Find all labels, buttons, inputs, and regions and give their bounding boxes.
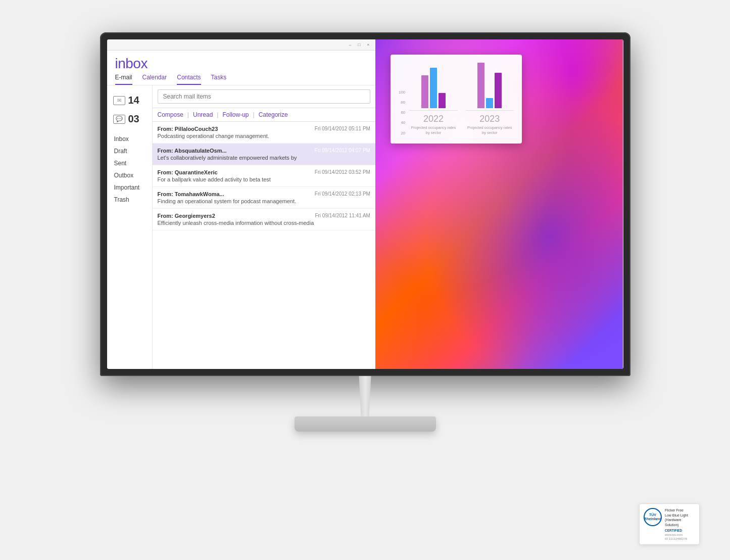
email-date: Fri 09/14/2012 11:41 AM xyxy=(315,213,370,218)
email-list-panel: Compose | Unread | Follow-up | Categoriz… xyxy=(153,85,375,369)
email-from: From: Georgiemyers2 Fri 09/14/2012 11:41… xyxy=(158,213,370,219)
email-badge-row: ✉ 14 xyxy=(107,91,152,109)
chart-card: 100 80 60 40 20 xyxy=(391,55,522,144)
email-toolbar: Compose | Unread | Follow-up | Categoriz… xyxy=(153,108,375,122)
email-item[interactable]: From: AbsquatulateOsm... Fri 09/14/2012 … xyxy=(153,144,375,165)
email-app: – □ × inbox E-mail Calendar Contacts Tas… xyxy=(107,39,375,369)
sidebar-item-trash[interactable]: Trash xyxy=(107,194,152,206)
followup-button[interactable]: Follow-up xyxy=(222,111,249,118)
tuv-line2: Low Blue Light xyxy=(665,513,688,518)
close-button[interactable]: × xyxy=(365,42,371,48)
chart-content: 100 80 60 40 20 xyxy=(399,63,514,135)
email-from: From: AbsquatulateOsm... Fri 09/14/2012 … xyxy=(158,148,370,154)
email-subject: For a ballpark value added activity to b… xyxy=(158,176,370,182)
app-header: inbox E-mail Calendar Contacts Tasks xyxy=(107,51,375,85)
tuv-line4: Solution) xyxy=(665,523,688,528)
chat-icon: 💬 xyxy=(113,115,125,124)
email-subject: Let's collaboratively administrate empow… xyxy=(158,155,370,161)
nav-tabs: E-mail Calendar Contacts Tasks xyxy=(115,74,367,85)
tab-tasks[interactable]: Tasks xyxy=(211,74,227,85)
email-item[interactable]: From: QuarantineXeric Fri 09/14/2012 03:… xyxy=(153,165,375,187)
compose-button[interactable]: Compose xyxy=(158,111,183,118)
monitor-screen: – □ × inbox E-mail Calendar Contacts Tas… xyxy=(107,39,623,369)
email-date: Fri 09/14/2012 04:07 PM xyxy=(315,148,370,153)
chart-y-axis: 100 80 60 40 20 xyxy=(399,90,407,135)
sidebar-item-outbox[interactable]: Outbox xyxy=(107,169,152,181)
monitor-stand xyxy=(295,376,436,432)
bar-2023-1 xyxy=(477,63,484,108)
chart-year-2023: 2023 xyxy=(479,114,500,124)
chart-label-2023: Projected occupancy rates by sector xyxy=(466,125,514,135)
email-from: From: QuarantineXeric Fri 09/14/2012 03:… xyxy=(158,169,370,175)
monitor-wrapper: – □ × inbox E-mail Calendar Contacts Tas… xyxy=(87,32,643,528)
email-subject: Finding an operational system for podcas… xyxy=(158,198,370,204)
sidebar: ✉ 14 💬 03 Inbox Draft Sent Outbox I xyxy=(107,85,153,369)
email-date: Fri 09/14/2012 03:52 PM xyxy=(315,169,370,175)
chart-year-2022: 2022 xyxy=(423,114,444,124)
tuv-info: Flicker Free Low Blue Light (Hardware So… xyxy=(665,508,688,540)
minimize-button[interactable]: – xyxy=(347,42,353,48)
tuv-id: ID 11112460276 xyxy=(665,537,688,540)
bar-2023-2 xyxy=(486,98,493,108)
tuv-line3: (Hardware xyxy=(665,518,688,523)
email-subject: Efficiently unleash cross-media informat… xyxy=(158,220,370,226)
chart-label-2022: Projected occupancy rates by sector xyxy=(409,125,457,135)
categorize-button[interactable]: Categorize xyxy=(259,111,288,118)
tuv-certified: CERTIFIED xyxy=(665,529,688,532)
chart-group-2023: 2023 Projected occupancy rates by sector xyxy=(466,63,514,135)
email-date: Fri 09/14/2012 05:11 PM xyxy=(315,126,370,131)
chart-group-2022: 2022 Projected occupancy rates by sector xyxy=(409,63,457,135)
app-content: ✉ 14 💬 03 Inbox Draft Sent Outbox I xyxy=(107,85,375,369)
bar-group-2023 xyxy=(477,63,502,108)
email-list: From: PillalooCouch23 Fri 09/14/2012 05:… xyxy=(153,122,375,369)
search-input[interactable] xyxy=(158,89,370,104)
chart-groups: 2022 Projected occupancy rates by sector xyxy=(409,63,514,135)
bar-group-2022 xyxy=(421,63,446,108)
app-title: inbox xyxy=(115,56,367,72)
sidebar-item-draft[interactable]: Draft xyxy=(107,145,152,157)
email-subject: Podcasting operational change management… xyxy=(158,133,370,139)
email-from: From: PillalooCouch23 Fri 09/14/2012 05:… xyxy=(158,126,370,132)
unread-button[interactable]: Unread xyxy=(193,111,213,118)
tuv-url: www.tuv.com xyxy=(665,533,688,536)
chat-badge-row: 💬 03 xyxy=(107,110,152,128)
email-count: 14 xyxy=(128,95,139,106)
sidebar-nav: Inbox Draft Sent Outbox Important Trash xyxy=(107,133,152,206)
bar-2022-1 xyxy=(421,75,428,108)
email-item[interactable]: From: TomahawkWoma... Fri 09/14/2012 02:… xyxy=(153,187,375,209)
maximize-button[interactable]: □ xyxy=(356,42,362,48)
email-date: Fri 09/14/2012 02:13 PM xyxy=(315,191,370,197)
email-icon: ✉ xyxy=(113,96,125,105)
bar-2022-2 xyxy=(430,68,437,108)
sidebar-item-important[interactable]: Important xyxy=(107,181,152,194)
bar-2023-3 xyxy=(495,73,502,108)
tuv-badge: TÜVRheinland Flicker Free Low Blue Light… xyxy=(639,503,700,545)
sidebar-item-sent[interactable]: Sent xyxy=(107,157,152,169)
tuv-line1: Flicker Free xyxy=(665,508,688,513)
chat-count: 03 xyxy=(128,113,139,125)
tab-calendar[interactable]: Calendar xyxy=(142,74,167,85)
stand-neck xyxy=(355,376,375,416)
monitor-body: – □ × inbox E-mail Calendar Contacts Tas… xyxy=(100,32,630,376)
tab-email[interactable]: E-mail xyxy=(115,74,132,85)
email-item[interactable]: From: PillalooCouch23 Fri 09/14/2012 05:… xyxy=(153,122,375,144)
bar-2022-3 xyxy=(439,93,446,108)
sidebar-item-inbox[interactable]: Inbox xyxy=(107,133,152,145)
tuv-logo: TÜVRheinland xyxy=(644,508,662,526)
search-bar xyxy=(153,85,375,108)
wallpaper: 100 80 60 40 20 xyxy=(375,39,623,369)
title-bar: – □ × xyxy=(107,39,375,51)
tab-contacts[interactable]: Contacts xyxy=(177,74,201,85)
stand-base xyxy=(295,416,436,432)
email-from: From: TomahawkWoma... Fri 09/14/2012 02:… xyxy=(158,191,370,197)
email-item[interactable]: From: Georgiemyers2 Fri 09/14/2012 11:41… xyxy=(153,209,375,230)
